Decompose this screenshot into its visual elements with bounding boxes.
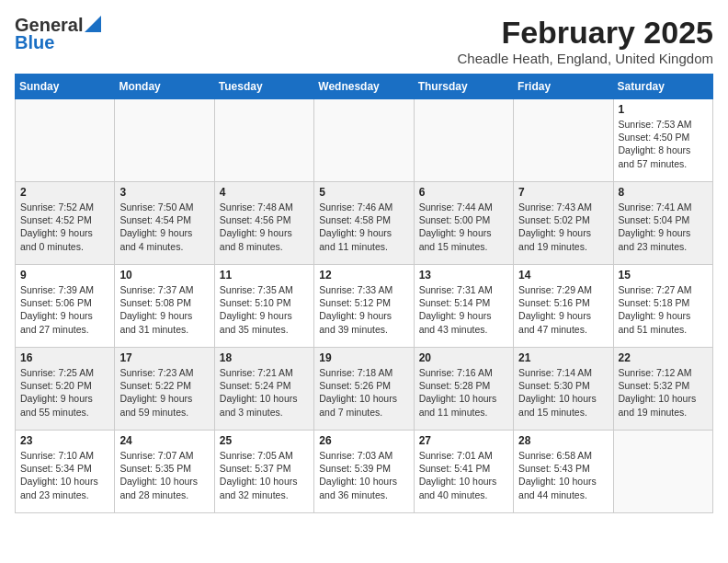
day-number: 12 [319,269,408,282]
day-info: Sunrise: 7:01 AM Sunset: 5:41 PM Dayligh… [419,449,508,501]
day-info: Sunrise: 7:16 AM Sunset: 5:28 PM Dayligh… [419,366,508,419]
header-monday: Monday [115,75,214,99]
day-number: 15 [619,269,708,282]
logo-blue: Blue [15,32,54,53]
calendar-day-cell: 23Sunrise: 7:10 AM Sunset: 5:34 PM Dayli… [16,431,115,513]
day-number: 16 [20,351,109,364]
header-wednesday: Wednesday [314,75,414,99]
calendar-day-cell: 2Sunrise: 7:52 AM Sunset: 4:52 PM Daylig… [16,182,115,265]
day-number: 21 [518,351,608,364]
day-number: 5 [319,186,408,199]
day-number: 22 [619,351,708,364]
day-info: Sunrise: 7:05 AM Sunset: 5:37 PM Dayligh… [220,449,309,501]
day-info: Sunrise: 7:37 AM Sunset: 5:08 PM Dayligh… [119,283,209,336]
header-tuesday: Tuesday [214,75,313,99]
calendar-day-cell: 27Sunrise: 7:01 AM Sunset: 5:41 PM Dayli… [414,431,513,513]
day-number: 2 [20,186,109,199]
calendar-day-cell: 13Sunrise: 7:31 AM Sunset: 5:14 PM Dayli… [414,265,513,348]
calendar-day-cell [214,99,313,182]
day-number: 1 [619,103,708,116]
page-title: February 2025 [457,15,713,51]
calendar-day-cell: 6Sunrise: 7:44 AM Sunset: 5:00 PM Daylig… [414,182,513,265]
calendar-day-cell: 1Sunrise: 7:53 AM Sunset: 4:50 PM Daylig… [613,99,712,182]
calendar-day-cell: 7Sunrise: 7:43 AM Sunset: 5:02 PM Daylig… [514,182,613,265]
calendar-day-cell: 17Sunrise: 7:23 AM Sunset: 5:22 PM Dayli… [115,348,214,431]
calendar-day-cell: 15Sunrise: 7:27 AM Sunset: 5:18 PM Dayli… [613,265,712,348]
header-friday: Friday [514,75,613,99]
calendar-day-cell [115,99,214,182]
header-thursday: Thursday [414,75,513,99]
calendar-day-cell: 8Sunrise: 7:41 AM Sunset: 5:04 PM Daylig… [613,182,712,265]
calendar-week-row: 9Sunrise: 7:39 AM Sunset: 5:06 PM Daylig… [16,265,713,348]
calendar-day-cell: 19Sunrise: 7:18 AM Sunset: 5:26 PM Dayli… [314,348,414,431]
logo-triangle-icon [85,16,101,32]
day-info: Sunrise: 7:35 AM Sunset: 5:10 PM Dayligh… [220,283,309,336]
day-number: 9 [20,269,109,282]
header-saturday: Saturday [613,75,712,99]
calendar-day-cell: 14Sunrise: 7:29 AM Sunset: 5:16 PM Dayli… [514,265,613,348]
calendar-day-cell: 9Sunrise: 7:39 AM Sunset: 5:06 PM Daylig… [16,265,115,348]
day-info: Sunrise: 7:23 AM Sunset: 5:22 PM Dayligh… [119,366,209,419]
calendar-day-cell: 26Sunrise: 7:03 AM Sunset: 5:39 PM Dayli… [314,431,414,513]
day-number: 28 [518,434,608,447]
day-info: Sunrise: 7:46 AM Sunset: 4:58 PM Dayligh… [319,201,408,253]
day-info: Sunrise: 7:25 AM Sunset: 5:20 PM Dayligh… [20,366,109,419]
calendar-day-cell: 4Sunrise: 7:48 AM Sunset: 4:56 PM Daylig… [214,182,313,265]
day-number: 7 [518,186,608,199]
calendar-day-cell: 12Sunrise: 7:33 AM Sunset: 5:12 PM Dayli… [314,265,414,348]
day-number: 19 [319,351,408,364]
calendar-day-cell [514,99,613,182]
day-number: 11 [220,269,309,282]
day-info: Sunrise: 7:14 AM Sunset: 5:30 PM Dayligh… [518,366,608,419]
header-sunday: Sunday [16,75,115,99]
day-info: Sunrise: 7:29 AM Sunset: 5:16 PM Dayligh… [518,283,608,336]
day-number: 4 [220,186,309,199]
calendar-day-cell: 22Sunrise: 7:12 AM Sunset: 5:32 PM Dayli… [613,348,712,431]
day-number: 26 [319,434,408,447]
day-info: Sunrise: 7:07 AM Sunset: 5:35 PM Dayligh… [119,449,209,501]
calendar-day-cell [414,99,513,182]
day-info: Sunrise: 7:27 AM Sunset: 5:18 PM Dayligh… [619,283,708,336]
calendar-day-cell [16,99,115,182]
title-area: February 2025 Cheadle Heath, England, Un… [457,15,713,66]
day-info: Sunrise: 7:48 AM Sunset: 4:56 PM Dayligh… [220,201,309,253]
day-info: Sunrise: 7:31 AM Sunset: 5:14 PM Dayligh… [419,283,508,336]
calendar-day-cell: 5Sunrise: 7:46 AM Sunset: 4:58 PM Daylig… [314,182,414,265]
calendar-week-row: 16Sunrise: 7:25 AM Sunset: 5:20 PM Dayli… [16,348,713,431]
day-info: Sunrise: 7:12 AM Sunset: 5:32 PM Dayligh… [619,366,708,419]
calendar-header-row: Sunday Monday Tuesday Wednesday Thursday… [16,75,713,99]
day-info: Sunrise: 7:44 AM Sunset: 5:00 PM Dayligh… [419,201,508,253]
day-number: 23 [20,434,109,447]
day-number: 14 [518,269,608,282]
day-info: Sunrise: 7:50 AM Sunset: 4:54 PM Dayligh… [119,201,209,253]
day-info: Sunrise: 7:41 AM Sunset: 5:04 PM Dayligh… [619,201,708,253]
calendar-day-cell: 16Sunrise: 7:25 AM Sunset: 5:20 PM Dayli… [16,348,115,431]
calendar-day-cell [314,99,414,182]
day-info: Sunrise: 7:39 AM Sunset: 5:06 PM Dayligh… [20,283,109,336]
day-number: 18 [220,351,309,364]
day-number: 8 [619,186,708,199]
day-number: 13 [419,269,508,282]
day-number: 3 [119,186,209,199]
calendar-day-cell: 3Sunrise: 7:50 AM Sunset: 4:54 PM Daylig… [115,182,214,265]
day-info: Sunrise: 7:03 AM Sunset: 5:39 PM Dayligh… [319,449,408,501]
calendar-day-cell: 21Sunrise: 7:14 AM Sunset: 5:30 PM Dayli… [514,348,613,431]
logo: General Blue [15,15,101,53]
calendar-table: Sunday Monday Tuesday Wednesday Thursday… [15,74,713,513]
calendar-week-row: 1Sunrise: 7:53 AM Sunset: 4:50 PM Daylig… [16,99,713,182]
calendar-day-cell: 28Sunrise: 6:58 AM Sunset: 5:43 PM Dayli… [514,431,613,513]
day-number: 17 [119,351,209,364]
day-number: 10 [119,269,209,282]
day-number: 27 [419,434,508,447]
calendar-day-cell: 18Sunrise: 7:21 AM Sunset: 5:24 PM Dayli… [214,348,313,431]
day-info: Sunrise: 7:21 AM Sunset: 5:24 PM Dayligh… [220,366,309,419]
calendar-day-cell [613,431,712,513]
day-info: Sunrise: 7:43 AM Sunset: 5:02 PM Dayligh… [518,201,608,253]
day-number: 24 [119,434,209,447]
calendar-day-cell: 24Sunrise: 7:07 AM Sunset: 5:35 PM Dayli… [115,431,214,513]
day-info: Sunrise: 7:18 AM Sunset: 5:26 PM Dayligh… [319,366,408,419]
day-number: 6 [419,186,508,199]
calendar-week-row: 23Sunrise: 7:10 AM Sunset: 5:34 PM Dayli… [16,431,713,513]
day-number: 25 [220,434,309,447]
calendar-week-row: 2Sunrise: 7:52 AM Sunset: 4:52 PM Daylig… [16,182,713,265]
